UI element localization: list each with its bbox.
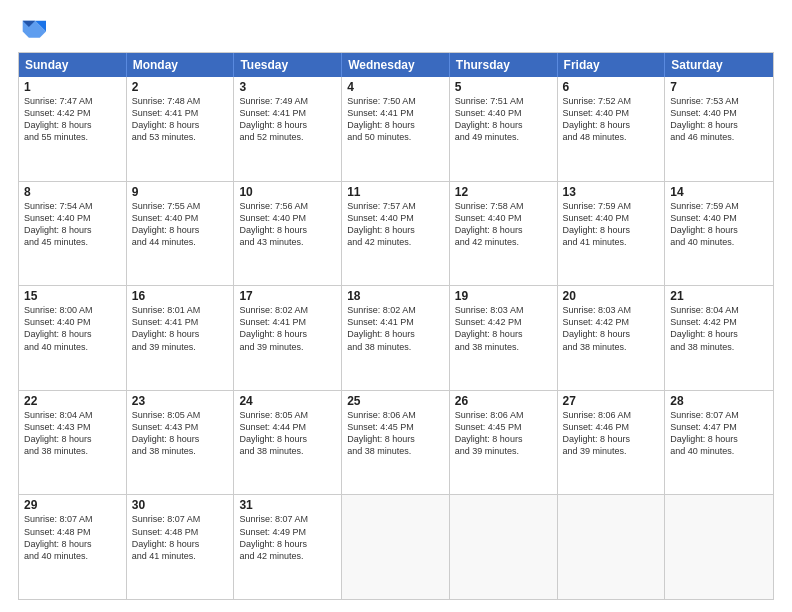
header-day-sunday: Sunday [19, 53, 127, 77]
day-number: 6 [563, 80, 660, 94]
day-cell-30: 30Sunrise: 8:07 AMSunset: 4:48 PMDayligh… [127, 495, 235, 599]
calendar-header: SundayMondayTuesdayWednesdayThursdayFrid… [19, 53, 773, 77]
day-cell-24: 24Sunrise: 8:05 AMSunset: 4:44 PMDayligh… [234, 391, 342, 495]
day-number: 4 [347, 80, 444, 94]
day-number: 21 [670, 289, 768, 303]
day-cell-18: 18Sunrise: 8:02 AMSunset: 4:41 PMDayligh… [342, 286, 450, 390]
day-number: 26 [455, 394, 552, 408]
day-cell-29: 29Sunrise: 8:07 AMSunset: 4:48 PMDayligh… [19, 495, 127, 599]
day-cell-13: 13Sunrise: 7:59 AMSunset: 4:40 PMDayligh… [558, 182, 666, 286]
day-number: 30 [132, 498, 229, 512]
calendar-row-3: 15Sunrise: 8:00 AMSunset: 4:40 PMDayligh… [19, 285, 773, 390]
calendar-row-1: 1Sunrise: 7:47 AMSunset: 4:42 PMDaylight… [19, 77, 773, 181]
day-details: Sunrise: 8:07 AMSunset: 4:49 PMDaylight:… [239, 513, 336, 562]
header [18, 16, 774, 44]
day-details: Sunrise: 8:02 AMSunset: 4:41 PMDaylight:… [239, 304, 336, 353]
day-cell-25: 25Sunrise: 8:06 AMSunset: 4:45 PMDayligh… [342, 391, 450, 495]
day-details: Sunrise: 7:58 AMSunset: 4:40 PMDaylight:… [455, 200, 552, 249]
day-cell-10: 10Sunrise: 7:56 AMSunset: 4:40 PMDayligh… [234, 182, 342, 286]
day-number: 28 [670, 394, 768, 408]
header-day-saturday: Saturday [665, 53, 773, 77]
day-number: 20 [563, 289, 660, 303]
day-details: Sunrise: 8:05 AMSunset: 4:43 PMDaylight:… [132, 409, 229, 458]
calendar-row-2: 8Sunrise: 7:54 AMSunset: 4:40 PMDaylight… [19, 181, 773, 286]
day-cell-16: 16Sunrise: 8:01 AMSunset: 4:41 PMDayligh… [127, 286, 235, 390]
day-details: Sunrise: 8:00 AMSunset: 4:40 PMDaylight:… [24, 304, 121, 353]
day-details: Sunrise: 7:49 AMSunset: 4:41 PMDaylight:… [239, 95, 336, 144]
day-cell-1: 1Sunrise: 7:47 AMSunset: 4:42 PMDaylight… [19, 77, 127, 181]
day-details: Sunrise: 8:05 AMSunset: 4:44 PMDaylight:… [239, 409, 336, 458]
day-details: Sunrise: 8:03 AMSunset: 4:42 PMDaylight:… [563, 304, 660, 353]
day-number: 8 [24, 185, 121, 199]
day-details: Sunrise: 7:51 AMSunset: 4:40 PMDaylight:… [455, 95, 552, 144]
header-day-monday: Monday [127, 53, 235, 77]
day-details: Sunrise: 7:57 AMSunset: 4:40 PMDaylight:… [347, 200, 444, 249]
empty-cell [450, 495, 558, 599]
day-details: Sunrise: 7:55 AMSunset: 4:40 PMDaylight:… [132, 200, 229, 249]
day-details: Sunrise: 7:59 AMSunset: 4:40 PMDaylight:… [670, 200, 768, 249]
day-details: Sunrise: 8:02 AMSunset: 4:41 PMDaylight:… [347, 304, 444, 353]
day-details: Sunrise: 8:04 AMSunset: 4:42 PMDaylight:… [670, 304, 768, 353]
day-number: 10 [239, 185, 336, 199]
calendar-body: 1Sunrise: 7:47 AMSunset: 4:42 PMDaylight… [19, 77, 773, 599]
day-number: 3 [239, 80, 336, 94]
day-details: Sunrise: 8:03 AMSunset: 4:42 PMDaylight:… [455, 304, 552, 353]
day-cell-17: 17Sunrise: 8:02 AMSunset: 4:41 PMDayligh… [234, 286, 342, 390]
day-cell-4: 4Sunrise: 7:50 AMSunset: 4:41 PMDaylight… [342, 77, 450, 181]
day-cell-21: 21Sunrise: 8:04 AMSunset: 4:42 PMDayligh… [665, 286, 773, 390]
day-cell-19: 19Sunrise: 8:03 AMSunset: 4:42 PMDayligh… [450, 286, 558, 390]
day-details: Sunrise: 8:06 AMSunset: 4:45 PMDaylight:… [455, 409, 552, 458]
day-details: Sunrise: 8:01 AMSunset: 4:41 PMDaylight:… [132, 304, 229, 353]
day-cell-3: 3Sunrise: 7:49 AMSunset: 4:41 PMDaylight… [234, 77, 342, 181]
day-number: 29 [24, 498, 121, 512]
day-cell-5: 5Sunrise: 7:51 AMSunset: 4:40 PMDaylight… [450, 77, 558, 181]
header-day-friday: Friday [558, 53, 666, 77]
day-cell-7: 7Sunrise: 7:53 AMSunset: 4:40 PMDaylight… [665, 77, 773, 181]
day-cell-9: 9Sunrise: 7:55 AMSunset: 4:40 PMDaylight… [127, 182, 235, 286]
day-number: 17 [239, 289, 336, 303]
page: SundayMondayTuesdayWednesdayThursdayFrid… [0, 0, 792, 612]
day-number: 12 [455, 185, 552, 199]
day-cell-8: 8Sunrise: 7:54 AMSunset: 4:40 PMDaylight… [19, 182, 127, 286]
day-details: Sunrise: 7:50 AMSunset: 4:41 PMDaylight:… [347, 95, 444, 144]
day-details: Sunrise: 7:53 AMSunset: 4:40 PMDaylight:… [670, 95, 768, 144]
day-details: Sunrise: 7:59 AMSunset: 4:40 PMDaylight:… [563, 200, 660, 249]
day-number: 16 [132, 289, 229, 303]
day-number: 23 [132, 394, 229, 408]
day-details: Sunrise: 8:07 AMSunset: 4:48 PMDaylight:… [24, 513, 121, 562]
day-details: Sunrise: 7:56 AMSunset: 4:40 PMDaylight:… [239, 200, 336, 249]
day-details: Sunrise: 8:07 AMSunset: 4:47 PMDaylight:… [670, 409, 768, 458]
day-cell-26: 26Sunrise: 8:06 AMSunset: 4:45 PMDayligh… [450, 391, 558, 495]
calendar-row-4: 22Sunrise: 8:04 AMSunset: 4:43 PMDayligh… [19, 390, 773, 495]
day-number: 2 [132, 80, 229, 94]
day-details: Sunrise: 7:52 AMSunset: 4:40 PMDaylight:… [563, 95, 660, 144]
calendar: SundayMondayTuesdayWednesdayThursdayFrid… [18, 52, 774, 600]
logo [18, 16, 50, 44]
day-number: 18 [347, 289, 444, 303]
empty-cell [665, 495, 773, 599]
day-cell-22: 22Sunrise: 8:04 AMSunset: 4:43 PMDayligh… [19, 391, 127, 495]
header-day-tuesday: Tuesday [234, 53, 342, 77]
day-cell-28: 28Sunrise: 8:07 AMSunset: 4:47 PMDayligh… [665, 391, 773, 495]
day-number: 15 [24, 289, 121, 303]
day-cell-11: 11Sunrise: 7:57 AMSunset: 4:40 PMDayligh… [342, 182, 450, 286]
empty-cell [342, 495, 450, 599]
day-cell-27: 27Sunrise: 8:06 AMSunset: 4:46 PMDayligh… [558, 391, 666, 495]
day-cell-6: 6Sunrise: 7:52 AMSunset: 4:40 PMDaylight… [558, 77, 666, 181]
day-number: 22 [24, 394, 121, 408]
day-number: 9 [132, 185, 229, 199]
day-number: 14 [670, 185, 768, 199]
day-number: 19 [455, 289, 552, 303]
day-number: 13 [563, 185, 660, 199]
logo-icon [18, 16, 46, 44]
day-details: Sunrise: 8:06 AMSunset: 4:46 PMDaylight:… [563, 409, 660, 458]
header-day-thursday: Thursday [450, 53, 558, 77]
day-number: 27 [563, 394, 660, 408]
day-number: 31 [239, 498, 336, 512]
day-cell-2: 2Sunrise: 7:48 AMSunset: 4:41 PMDaylight… [127, 77, 235, 181]
day-details: Sunrise: 8:07 AMSunset: 4:48 PMDaylight:… [132, 513, 229, 562]
day-cell-23: 23Sunrise: 8:05 AMSunset: 4:43 PMDayligh… [127, 391, 235, 495]
day-number: 1 [24, 80, 121, 94]
day-cell-20: 20Sunrise: 8:03 AMSunset: 4:42 PMDayligh… [558, 286, 666, 390]
day-number: 25 [347, 394, 444, 408]
